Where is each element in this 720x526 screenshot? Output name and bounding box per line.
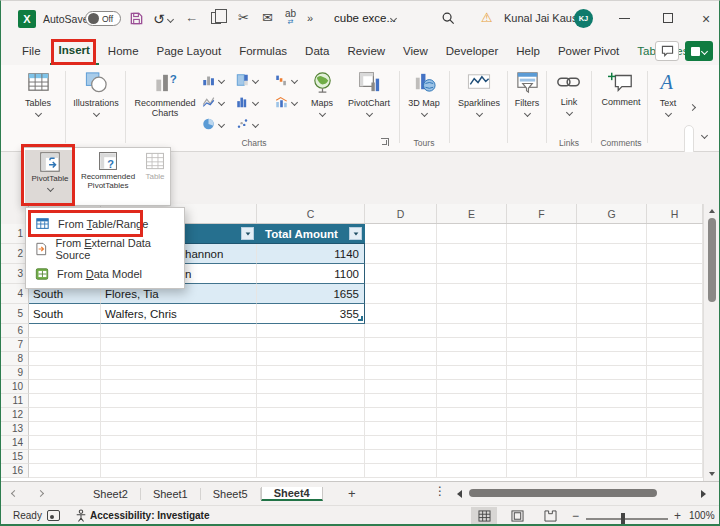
tab-power-pivot[interactable]: Power Pivot [549, 37, 628, 65]
grid-cell[interactable] [507, 324, 577, 338]
grid-cell[interactable] [577, 422, 647, 436]
grid-cell[interactable] [647, 464, 703, 478]
grid-cell[interactable] [437, 464, 507, 478]
grid-cell[interactable] [101, 394, 257, 408]
insert-scatter-chart-button[interactable] [235, 117, 258, 131]
grid-cell[interactable] [437, 380, 507, 394]
grid-cell[interactable] [577, 394, 647, 408]
grid-cell[interactable] [365, 408, 437, 422]
grid-cell[interactable] [365, 244, 437, 264]
grid-cell[interactable] [365, 284, 437, 304]
grid-cell[interactable] [29, 394, 101, 408]
grid-cell[interactable] [365, 464, 437, 478]
grid-cell[interactable] [437, 450, 507, 464]
grid-cell[interactable] [577, 380, 647, 394]
grid-cell[interactable] [507, 284, 577, 304]
row-header-10[interactable]: 10 [1, 380, 29, 394]
grid-cell[interactable] [29, 422, 101, 436]
grid-cell[interactable] [365, 436, 437, 450]
grid-cell[interactable] [437, 408, 507, 422]
maximize-button[interactable] [663, 13, 673, 23]
grid-cell[interactable] [101, 366, 257, 380]
horizontal-scrollbar[interactable] [467, 488, 693, 498]
comment-button[interactable]: Comment [597, 70, 645, 107]
close-button[interactable]: × [702, 11, 710, 27]
tab-page-layout[interactable]: Page Layout [148, 37, 231, 65]
charts-dialog-launcher-icon[interactable] [381, 138, 389, 146]
grid-cell[interactable] [101, 422, 257, 436]
grid-cell[interactable] [257, 394, 365, 408]
minimize-button[interactable] [619, 18, 630, 19]
tab-review[interactable]: Review [338, 37, 394, 65]
sheet-nav-left[interactable] [1, 482, 27, 505]
grid-cell[interactable] [577, 284, 647, 304]
hscroll-left-icon[interactable] [457, 490, 462, 498]
grid-cell[interactable] [507, 408, 577, 422]
search-icon[interactable] [441, 11, 456, 30]
autosave-toggle[interactable]: Off [85, 11, 121, 26]
sheet-nav-right[interactable] [27, 482, 53, 505]
filters-button[interactable]: Filters [509, 70, 545, 116]
macro-record-icon[interactable] [47, 510, 60, 521]
scroll-up-icon[interactable] [709, 209, 715, 213]
tab-file[interactable]: File [13, 37, 50, 65]
row-header-8[interactable]: 8 [1, 352, 29, 366]
sheet-tab-sheet1[interactable]: Sheet1 [141, 488, 201, 500]
vertical-scrollbar[interactable] [703, 204, 719, 481]
scrollbar-thumb[interactable] [469, 489, 657, 497]
grid-cell[interactable] [365, 366, 437, 380]
excel-logo-icon[interactable]: X [18, 10, 36, 28]
avatar[interactable]: KJ [574, 9, 593, 28]
tab-developer[interactable]: Developer [437, 37, 507, 65]
page-layout-view-button[interactable] [504, 507, 530, 525]
grid-cell[interactable] [437, 352, 507, 366]
grid-cell[interactable] [577, 366, 647, 380]
grid-cell[interactable] [437, 324, 507, 338]
insert-combo-chart-button[interactable] [274, 95, 297, 109]
zoom-slider-thumb[interactable] [621, 513, 625, 524]
grid-cell[interactable] [365, 380, 437, 394]
grid-cell[interactable] [257, 352, 365, 366]
recommended-pivottables-button[interactable]: ? Recommended PivotTables [77, 150, 139, 204]
replace-icon[interactable]: ab ⇄ [285, 10, 296, 26]
zoom-slider-track[interactable] [586, 518, 668, 520]
grid-cell[interactable] [577, 264, 647, 284]
zoom-out-button[interactable]: − [572, 509, 579, 523]
grid-cell[interactable] [257, 380, 365, 394]
grid-cell[interactable] [365, 304, 437, 324]
grid-cell[interactable] [101, 450, 257, 464]
3d-map-button[interactable]: 3D Map [405, 70, 443, 116]
warning-icon[interactable]: ⚠ [481, 10, 493, 25]
grid-cell[interactable] [257, 408, 365, 422]
grid-cell[interactable] [437, 422, 507, 436]
grid-cell[interactable] [29, 338, 101, 352]
grid-cell[interactable] [577, 450, 647, 464]
grid-cell[interactable] [507, 224, 577, 244]
grid-cell[interactable] [577, 244, 647, 264]
grid-cell[interactable] [647, 366, 703, 380]
undo-button[interactable]: ↺ [153, 11, 173, 27]
sheet-options-icon[interactable]: ⋮ [434, 484, 446, 498]
grid-cell[interactable] [29, 352, 101, 366]
grid-cell[interactable] [647, 380, 703, 394]
insert-line-chart-button[interactable] [201, 95, 224, 109]
recommended-charts-button[interactable]: ? Recommended Charts [131, 70, 199, 118]
grid-cell[interactable] [437, 366, 507, 380]
row-header-14[interactable]: 14 [1, 436, 29, 450]
tab-data[interactable]: Data [296, 37, 338, 65]
grid-cell[interactable] [437, 244, 507, 264]
comments-button[interactable] [655, 41, 679, 61]
link-button[interactable]: Link [551, 70, 587, 115]
grid-cell[interactable] [577, 324, 647, 338]
grid-cell[interactable] [507, 422, 577, 436]
grid-cell[interactable] [507, 264, 577, 284]
save-icon[interactable] [129, 11, 144, 29]
table-resize-handle[interactable] [358, 316, 363, 321]
insert-hierarchy-chart-button[interactable] [235, 73, 258, 87]
illustrations-group-button[interactable]: Illustrations [69, 70, 123, 116]
scroll-down-icon[interactable] [709, 472, 715, 476]
column-header-H[interactable]: H [647, 204, 703, 223]
grid-cell[interactable] [647, 304, 703, 324]
grid-cell[interactable] [101, 352, 257, 366]
grid-cell[interactable] [365, 324, 437, 338]
